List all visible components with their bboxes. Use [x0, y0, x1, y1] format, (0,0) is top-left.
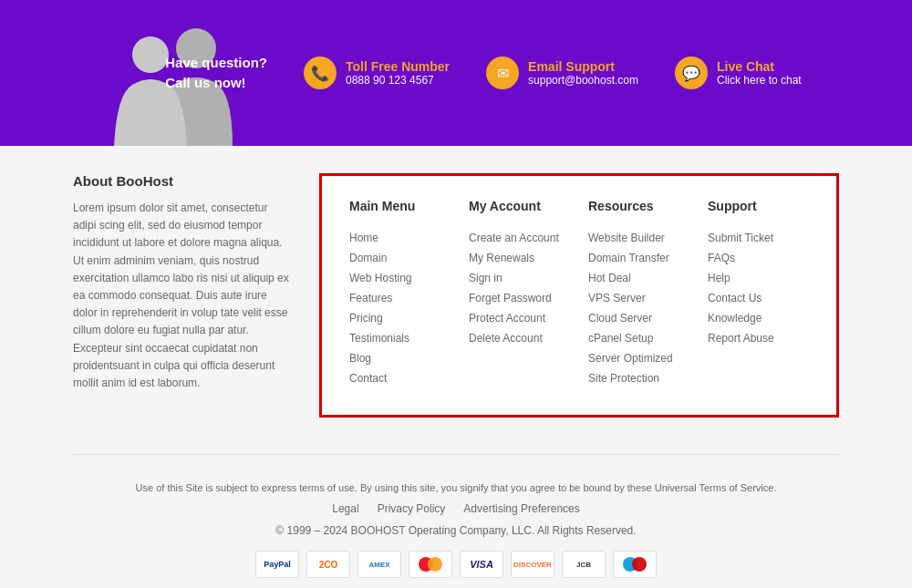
menu-link-website-builder[interactable]: Website Builder [588, 232, 689, 244]
footer-copyright: © 1999 – 2024 BOOHOST Operating Company,… [73, 524, 839, 537]
maestro-icon [613, 551, 657, 578]
footer-link-advertising[interactable]: Advertising Preferences [463, 502, 579, 515]
main-menu-title: Main Menu [349, 199, 451, 218]
resources-title: Resources [588, 199, 689, 218]
menu-link-contact-us[interactable]: Contact Us [708, 292, 809, 304]
toll-free-number: 0888 90 123 4567 [346, 74, 450, 87]
menu-link-blog[interactable]: Blog [349, 352, 451, 365]
live-chat-text: Live Chat Click here to chat [717, 59, 802, 87]
menu-link-testimonials[interactable]: Testimonials [349, 332, 451, 345]
menu-link-hot-deal[interactable]: Hot Deal [588, 272, 689, 284]
email-text: Email Support support@boohost.com [528, 59, 638, 87]
svg-point-3 [428, 557, 442, 572]
menu-link-site-protection[interactable]: Site Protection [588, 372, 689, 385]
phone-icon: 📞 [304, 57, 337, 89]
menu-link-domain[interactable]: Domain [349, 252, 451, 264]
amex-icon: AMEX [358, 551, 401, 578]
menu-link-cloud-server[interactable]: Cloud Server [588, 312, 689, 325]
my-account-column: My Account Create an Account My Renewals… [469, 199, 570, 392]
2co-icon: 2CO [306, 551, 350, 578]
menu-link-protect-account[interactable]: Protect Account [469, 312, 570, 325]
menu-link-features[interactable]: Features [349, 292, 451, 304]
visa-icon: VISA [460, 551, 503, 578]
jcb-icon: JCB [562, 551, 606, 578]
support-title: Support [708, 199, 809, 218]
question-line2: Call us now! [165, 73, 267, 94]
menu-link-domain-transfer[interactable]: Domain Transfer [588, 252, 689, 264]
question-line1: Have question? [165, 53, 267, 74]
footer-link-legal[interactable]: Legal [332, 502, 358, 515]
menu-link-faqs[interactable]: FAQs [708, 252, 809, 264]
menu-link-pricing[interactable]: Pricing [349, 312, 451, 325]
footer-links: Legal Privacy Policy Advertising Prefere… [73, 502, 839, 515]
email-label: Email Support [528, 59, 638, 74]
menu-link-vps-server[interactable]: VPS Server [588, 292, 689, 304]
main-content: About BooHost Lorem ipsum dolor sit amet… [0, 146, 912, 445]
about-title: About BooHost [73, 173, 292, 189]
toll-free-item: 📞 Toll Free Number 0888 90 123 4567 [304, 57, 450, 89]
live-chat-label: Live Chat [717, 59, 802, 74]
live-chat-value: Click here to chat [717, 74, 802, 87]
toll-free-label: Toll Free Number [346, 59, 450, 74]
contact-info: Have question? Call us now! 📞 Toll Free … [110, 53, 801, 94]
main-menu-column: Main Menu Home Domain Web Hosting Featur… [349, 199, 451, 392]
menu-link-contact[interactable]: Contact [349, 372, 451, 385]
footer-link-privacy[interactable]: Privacy Policy [378, 502, 446, 515]
menu-link-create-account[interactable]: Create an Account [469, 232, 570, 244]
about-text: Lorem ipsum dolor sit amet, consectetur … [73, 200, 292, 392]
menu-box: Main Menu Home Domain Web Hosting Featur… [319, 173, 839, 418]
footer-legal-text: Use of this Site is subject to express t… [73, 482, 839, 493]
menu-link-web-hosting[interactable]: Web Hosting [349, 272, 451, 284]
contact-question: Have question? Call us now! [165, 53, 267, 94]
menu-link-cpanel-setup[interactable]: cPanel Setup [588, 332, 689, 345]
menu-link-home[interactable]: Home [349, 232, 451, 244]
menu-link-submit-ticket[interactable]: Submit Ticket [708, 232, 809, 244]
menu-link-forget-password[interactable]: Forget Password [469, 292, 570, 304]
menu-link-delete-account[interactable]: Delete Account [469, 332, 570, 345]
toll-free-text: Toll Free Number 0888 90 123 4567 [346, 59, 450, 87]
about-section: About BooHost Lorem ipsum dolor sit amet… [73, 173, 292, 418]
payment-icons: PayPal 2CO AMEX VISA DISCOVER JCB [73, 551, 839, 578]
support-column: Support Submit Ticket FAQs Help Contact … [708, 199, 809, 392]
header-banner: Have question? Call us now! 📞 Toll Free … [0, 0, 912, 146]
menu-link-help[interactable]: Help [708, 272, 809, 284]
email-icon: ✉ [486, 57, 519, 89]
footer: Use of this Site is subject to express t… [0, 464, 912, 588]
live-chat-item[interactable]: 💬 Live Chat Click here to chat [675, 57, 802, 89]
chat-icon: 💬 [675, 57, 708, 89]
menu-link-report-abuse[interactable]: Report Abuse [708, 332, 809, 345]
email-value: support@boohost.com [528, 74, 638, 87]
discover-icon: DISCOVER [511, 551, 554, 578]
menu-link-knowledge[interactable]: Knowledge [708, 312, 809, 325]
menu-grid: Main Menu Home Domain Web Hosting Featur… [349, 199, 809, 392]
main-divider [73, 454, 839, 455]
menu-link-my-renewals[interactable]: My Renewals [469, 252, 570, 264]
menu-link-sign-in[interactable]: Sign in [469, 272, 570, 284]
paypal-icon: PayPal [255, 551, 299, 578]
my-account-title: My Account [469, 199, 570, 218]
resources-column: Resources Website Builder Domain Transfe… [588, 199, 689, 392]
svg-point-5 [632, 557, 647, 572]
menu-link-server-optimized[interactable]: Server Optimized [588, 352, 689, 365]
email-item: ✉ Email Support support@boohost.com [486, 57, 638, 89]
mastercard-icon [409, 551, 452, 578]
